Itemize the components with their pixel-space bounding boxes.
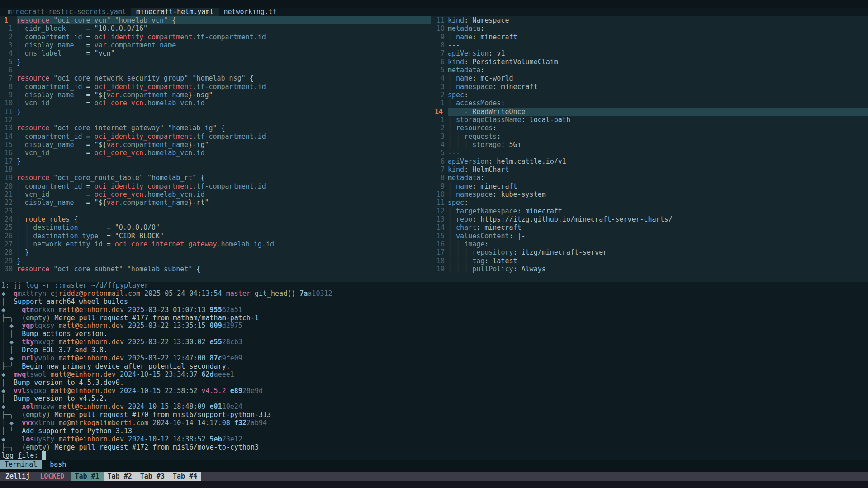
code-row[interactable]: 1│ accessModes: — [431, 99, 868, 107]
line-number: 11 — [431, 199, 445, 207]
code-row[interactable]: 10│ namespace: kube-system — [431, 190, 868, 199]
code-row[interactable]: 19resource "oci_core_route_table" "homel… — [0, 174, 431, 182]
code-row[interactable]: 8metadata: — [431, 174, 868, 182]
line-number: 13 — [0, 124, 13, 132]
line-number: 3 — [431, 83, 445, 91]
code-row[interactable]: 17} — [0, 157, 431, 166]
code-row[interactable]: 18 — [0, 166, 431, 174]
zellij-tab-tab-2[interactable]: Tab #2 — [104, 472, 136, 481]
code-row[interactable]: 7kind: HelmChart — [431, 166, 868, 174]
terminal-row: ├─╮ (empty) Merge pull request #177 from… — [1, 314, 868, 322]
terminal-row: ◆ vvlsvpxp matt@einhorn.dev 2024-10-15 2… — [1, 387, 868, 395]
terminal-row: │ ◆ mrlyvplo matt@einhorn.dev 2025-03-22… — [1, 355, 868, 363]
code-row[interactable]: 5} — [0, 58, 431, 66]
code-row[interactable]: 4│ │ │ storage: 5Gi — [431, 141, 868, 149]
code-row[interactable]: 30resource "oci_core_subnet" "homelab_su… — [0, 265, 431, 273]
editor-pane-networking-tf[interactable]: 1resource "oci_core_vcn" "homelab_vcn" {… — [0, 16, 431, 282]
terminal-row: ├─╯ Begin new primary device after poten… — [1, 363, 868, 371]
code-row[interactable]: 10metadata: — [431, 24, 868, 33]
code-row[interactable]: 3│ namespace: minecraft — [431, 83, 868, 91]
pane-tab-terminal[interactable]: Terminal — [0, 460, 42, 469]
line-number: 19 — [431, 265, 445, 273]
code-row[interactable]: 25│ │ destination = "0.0.0.0/0" — [0, 223, 431, 232]
code-row[interactable]: 4│ name: mc-world — [431, 74, 868, 82]
code-row[interactable]: 28│ } — [0, 248, 431, 256]
code-row[interactable]: 20│ compartment_id = oci_identity_compar… — [0, 182, 431, 190]
zellij-status-bar: Zellij LOCKED Tab #1Tab #2Tab #3Tab #4 — [0, 472, 868, 481]
zellij-tab-tab-1[interactable]: Tab #1 — [71, 472, 103, 481]
code-row[interactable]: 8│ compartment_id = oci_identity_compart… — [0, 83, 431, 91]
code-row[interactable]: 11kind: Namespace — [431, 16, 868, 24]
terminal-pane[interactable]: 1: jj log -r ::master ~/d/ffpyplayer◆ qm… — [0, 282, 868, 460]
line-number: 15 — [431, 232, 445, 240]
code-row[interactable]: 19│ │ │ pullPolicy: Always — [431, 265, 868, 273]
line-number: 12 — [0, 116, 13, 124]
code-row[interactable]: 15│ valuesContent: |- — [431, 232, 868, 240]
zellij-tab-tab-4[interactable]: Tab #4 — [169, 472, 201, 481]
code-row[interactable]: 12│ targetNamespace: minecraft — [431, 207, 868, 215]
pane-tab-bash[interactable]: bash — [50, 460, 66, 469]
buffer-tab-minecraft-restic-secrets.yaml[interactable]: minecraft-restic-secrets.yaml — [3, 8, 131, 16]
code-row[interactable]: 9│ name: minecraft — [431, 33, 868, 41]
code-row[interactable]: 21│ vcn_id = oci_core_vcn.homelab_vcn.id — [0, 190, 431, 199]
line-number: 1 — [431, 116, 445, 124]
zellij-tab-tab-3[interactable]: Tab #3 — [136, 472, 169, 481]
code-row[interactable]: 9│ name: minecraft — [431, 182, 868, 190]
code-row[interactable]: 13resource "oci_core_internet_gateway" "… — [0, 124, 431, 132]
code-row[interactable]: 5metadata: — [431, 66, 868, 74]
code-row[interactable]: 11spec: — [431, 199, 868, 207]
code-row[interactable]: 22│ display_name = "${var.compartment_na… — [0, 199, 431, 207]
code-row[interactable]: 24│ route_rules { — [0, 215, 431, 223]
code-row[interactable]: 2spec: — [431, 91, 868, 99]
code-row[interactable]: 14│ chart: minecraft — [431, 223, 868, 232]
code-row[interactable]: 16│ │ image: — [431, 240, 868, 248]
buffer-tab-minecraft-helm.yaml[interactable]: minecraft-helm.yaml — [131, 8, 219, 16]
code-row[interactable]: 14│ compartment_id = oci_identity_compar… — [0, 133, 431, 141]
code-row[interactable]: 6apiVersion: helm.cattle.io/v1 — [431, 157, 868, 166]
code-row[interactable]: 27│ │ network_entity_id = oci_core_inter… — [0, 240, 431, 248]
code-row[interactable]: 3│ display_name = var.compartment_name — [0, 41, 431, 49]
code-row-cursorline[interactable]: 14│ │ - ReadWriteOnce — [431, 108, 868, 116]
line-number: 13 — [431, 215, 445, 223]
code-row[interactable]: 4│ dns_label = "vcn" — [0, 49, 431, 57]
code-row[interactable]: 29} — [0, 257, 431, 265]
code-row[interactable]: 1│ cidr_block = "10.0.0.0/16" — [0, 24, 431, 33]
line-number: 1 — [0, 24, 13, 33]
line-number: 7 — [431, 166, 445, 174]
line-number: 4 — [431, 141, 445, 149]
code-row[interactable]: 11} — [0, 108, 431, 116]
pane-tabs-bar: Terminal bash — [0, 460, 868, 469]
line-number: 10 — [0, 99, 13, 107]
code-row[interactable]: 9│ display_name = "${var.compartment_nam… — [0, 91, 431, 99]
code-row[interactable]: 5--- — [431, 149, 868, 157]
code-row[interactable]: 2│ compartment_id = oci_identity_compart… — [0, 33, 431, 41]
code-row[interactable]: 12 — [0, 116, 431, 124]
zellij-tab-list: Tab #1Tab #2Tab #3Tab #4 — [71, 472, 201, 481]
code-row[interactable]: 6kind: PersistentVolumeClaim — [431, 58, 868, 66]
code-row[interactable]: 16│ vcn_id = oci_core_vcn.homelab_vcn.id — [0, 149, 431, 157]
code-row[interactable]: 8--- — [431, 41, 868, 49]
code-row[interactable]: 17│ │ │ repository: itzg/minecraft-serve… — [431, 248, 868, 256]
code-row[interactable]: 13│ repo: https://itzg.github.io/minecra… — [431, 215, 868, 223]
code-row[interactable]: 3│ │ requests: — [431, 133, 868, 141]
code-row[interactable]: 2│ resources: — [431, 124, 868, 132]
code-row[interactable]: 1│ storageClassName: local-path — [431, 116, 868, 124]
code-row[interactable]: 10│ vcn_id = oci_core_vcn.homelab_vcn.id — [0, 99, 431, 107]
editor-pane-minecraft-helm[interactable]: 11kind: Namespace10metadata:9│ name: min… — [431, 16, 868, 282]
code-row[interactable]: 7apiVersion: v1 — [431, 49, 868, 57]
code-row[interactable]: 18│ │ │ tag: latest — [431, 257, 868, 265]
terminal-row: │ ◆ tkynxvqz matt@einhorn.dev 2025-03-22… — [1, 338, 868, 346]
code-row[interactable]: 23 — [0, 207, 431, 215]
line-number: 18 — [0, 166, 13, 174]
line-number: 24 — [0, 215, 13, 223]
code-row[interactable]: 15│ display_name = "${var.compartment_na… — [0, 141, 431, 149]
code-row-cursorline[interactable]: 1resource "oci_core_vcn" "homelab_vcn" { — [0, 16, 431, 24]
code-row[interactable]: 26│ │ destination_type = "CIDR_BLOCK" — [0, 232, 431, 240]
code-row[interactable]: 6 — [0, 66, 431, 74]
code-row[interactable]: 7resource "oci_core_network_security_gro… — [0, 74, 431, 82]
line-number: 25 — [0, 223, 13, 232]
line-number: 14 — [431, 223, 445, 232]
line-number: 2 — [431, 124, 445, 132]
buffer-tab-networking.tf[interactable]: networking.tf — [219, 8, 282, 16]
line-number: 18 — [431, 257, 445, 265]
